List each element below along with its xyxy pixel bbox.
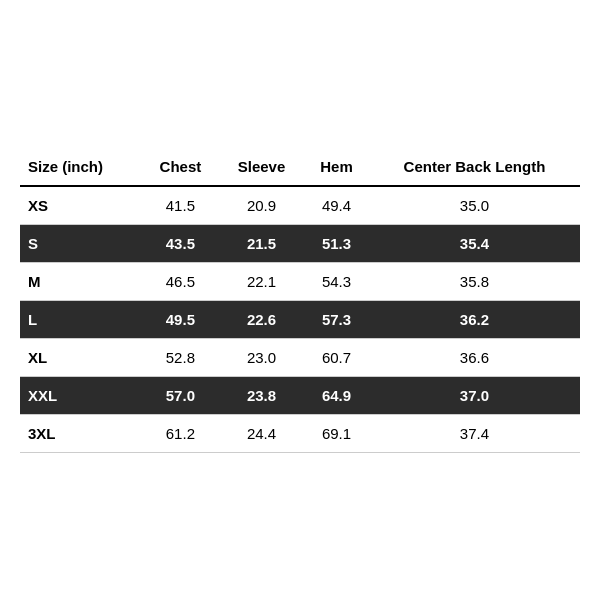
table-row: XS41.520.949.435.0 [20, 186, 580, 225]
table-body: XS41.520.949.435.0S43.521.551.335.4M46.5… [20, 186, 580, 453]
size-chart-table: Size (inch) Chest Sleeve Hem Center Back… [20, 148, 580, 453]
cell-sleeve: 24.4 [219, 414, 304, 452]
cell-chest: 41.5 [142, 186, 219, 225]
cell-hem: 60.7 [304, 338, 369, 376]
header-size: Size (inch) [20, 148, 142, 186]
cell-hem: 69.1 [304, 414, 369, 452]
table-row: M46.522.154.335.8 [20, 262, 580, 300]
header-chest: Chest [142, 148, 219, 186]
cell-size: XL [20, 338, 142, 376]
table-row: L49.522.657.336.2 [20, 300, 580, 338]
header-center-back-length: Center Back Length [369, 148, 580, 186]
cell-center_back_length: 37.4 [369, 414, 580, 452]
cell-sleeve: 22.6 [219, 300, 304, 338]
cell-sleeve: 20.9 [219, 186, 304, 225]
cell-hem: 51.3 [304, 224, 369, 262]
cell-hem: 54.3 [304, 262, 369, 300]
cell-size: M [20, 262, 142, 300]
cell-sleeve: 21.5 [219, 224, 304, 262]
cell-size: 3XL [20, 414, 142, 452]
table-row: 3XL61.224.469.137.4 [20, 414, 580, 452]
cell-size: XS [20, 186, 142, 225]
table-row: XXL57.023.864.937.0 [20, 376, 580, 414]
cell-hem: 49.4 [304, 186, 369, 225]
cell-chest: 46.5 [142, 262, 219, 300]
cell-center_back_length: 35.4 [369, 224, 580, 262]
cell-center_back_length: 35.0 [369, 186, 580, 225]
cell-center_back_length: 36.6 [369, 338, 580, 376]
cell-size: XXL [20, 376, 142, 414]
cell-sleeve: 23.8 [219, 376, 304, 414]
size-chart-container: Size (inch) Chest Sleeve Hem Center Back… [20, 148, 580, 453]
cell-chest: 61.2 [142, 414, 219, 452]
cell-size: S [20, 224, 142, 262]
cell-center_back_length: 37.0 [369, 376, 580, 414]
cell-size: L [20, 300, 142, 338]
header-hem: Hem [304, 148, 369, 186]
table-row: S43.521.551.335.4 [20, 224, 580, 262]
table-row: XL52.823.060.736.6 [20, 338, 580, 376]
cell-chest: 43.5 [142, 224, 219, 262]
cell-hem: 64.9 [304, 376, 369, 414]
table-header-row: Size (inch) Chest Sleeve Hem Center Back… [20, 148, 580, 186]
header-sleeve: Sleeve [219, 148, 304, 186]
cell-center_back_length: 36.2 [369, 300, 580, 338]
cell-sleeve: 22.1 [219, 262, 304, 300]
cell-center_back_length: 35.8 [369, 262, 580, 300]
cell-chest: 57.0 [142, 376, 219, 414]
cell-sleeve: 23.0 [219, 338, 304, 376]
cell-chest: 52.8 [142, 338, 219, 376]
cell-hem: 57.3 [304, 300, 369, 338]
cell-chest: 49.5 [142, 300, 219, 338]
